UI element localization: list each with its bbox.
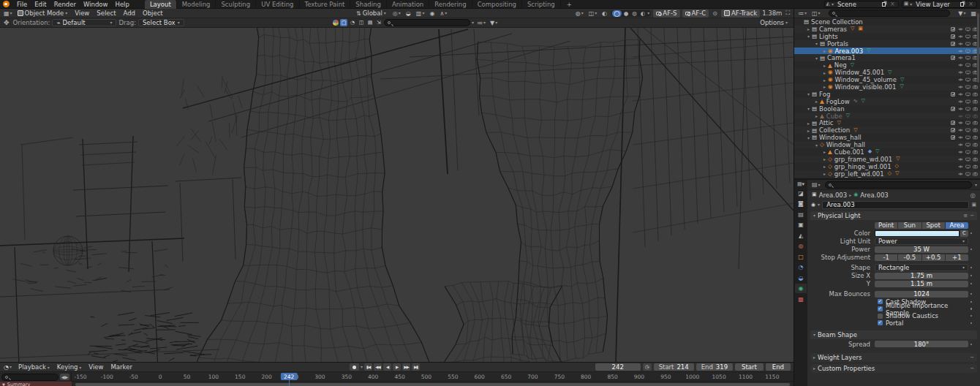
disable-viewport-icon[interactable]: [965, 83, 970, 91]
chevron-down-icon[interactable]: ▾: [472, 20, 474, 25]
light-type-area[interactable]: Area: [946, 222, 968, 229]
stop-adjust--0-5[interactable]: +0.5: [922, 254, 945, 261]
hide-eye-icon[interactable]: [958, 148, 963, 156]
current-frame-field[interactable]: 242: [595, 363, 641, 371]
viewport-menu-add[interactable]: Add: [120, 10, 139, 17]
light-type-point[interactable]: Point: [875, 222, 897, 229]
menu-file[interactable]: File: [13, 1, 31, 8]
focus-distance-value[interactable]: 1.38m: [762, 10, 782, 17]
collapse-icon[interactable]: ▾: [813, 56, 820, 61]
viewport-menu-view[interactable]: View: [71, 10, 93, 17]
filter-funnel-dropdown[interactable]: ▼▾: [957, 10, 967, 17]
ruler-tick-550[interactable]: 550: [448, 374, 458, 380]
tab-scripting[interactable]: Scripting: [522, 0, 561, 9]
add-workspace-button[interactable]: +: [562, 1, 576, 8]
color-temperature-button[interactable]: C: [960, 230, 968, 237]
ruler-tick-500[interactable]: 500: [421, 374, 431, 380]
shape-dropdown[interactable]: Rectangle▾: [875, 264, 968, 271]
ruler-tick-900[interactable]: 900: [634, 374, 644, 380]
expand-icon[interactable]: ▸: [805, 26, 812, 31]
expand-icon[interactable]: ▸: [821, 70, 828, 75]
breadcrumb-object[interactable]: Area.003: [819, 192, 848, 199]
animate-dot[interactable]: [970, 293, 973, 295]
view-layer-name[interactable]: View Layer: [913, 1, 957, 8]
outliner-row-camera1[interactable]: ▾▤Camera1: [794, 54, 980, 61]
editor-type-button[interactable]: ▤▾: [810, 181, 822, 188]
ruler-tick--100[interactable]: -100: [101, 374, 113, 380]
disable-viewport-icon[interactable]: [965, 141, 970, 148]
disable-render-icon[interactable]: [973, 83, 978, 91]
ruler-tick--50[interactable]: -50: [129, 374, 138, 380]
collapse-icon[interactable]: ▾: [813, 143, 820, 148]
expand-icon[interactable]: ▸: [821, 156, 828, 162]
expand-icon[interactable]: ▸: [821, 77, 828, 83]
animate-dot[interactable]: [970, 315, 973, 317]
outliner-row-attic[interactable]: ▸▤Attic▽: [794, 119, 980, 126]
af-link-icon[interactable]: ⊙: [711, 10, 719, 17]
timeline-menu-view[interactable]: View: [85, 363, 107, 371]
af-track-button[interactable]: AF-Track: [721, 10, 760, 18]
disable-viewport-icon[interactable]: [965, 69, 970, 76]
af-c-button[interactable]: AF-C: [682, 10, 709, 18]
ruler-tick-700[interactable]: 700: [527, 374, 538, 380]
outliner-row-grp-frame-wd-001[interactable]: ▸◇grp_frame_wd.001▽: [794, 156, 980, 163]
disable-viewport-icon[interactable]: [965, 148, 970, 156]
ruler-tick-100[interactable]: 100: [208, 374, 219, 380]
ruler-tick-950[interactable]: 950: [660, 374, 671, 380]
hide-eye-icon[interactable]: [958, 156, 963, 163]
hide-eye-icon[interactable]: [958, 83, 963, 91]
outliner-row-boolean[interactable]: ▾▤Boolean: [794, 105, 980, 113]
disable-viewport-icon[interactable]: [965, 113, 970, 120]
collapse-icon[interactable]: ▾: [813, 41, 820, 46]
scene-name[interactable]: Scene: [835, 1, 879, 8]
outliner-row-grp-hinge-wd-001[interactable]: ▸◇grp_hinge_wd.001◇: [794, 163, 980, 170]
hide-eye-icon[interactable]: [958, 33, 963, 40]
snap-magnet-icon[interactable]: ◒: [404, 10, 412, 17]
tab-uv-editing[interactable]: UV Editing: [256, 0, 299, 9]
light-type-sun[interactable]: Sun: [898, 222, 921, 229]
expand-icon[interactable]: ▸: [821, 171, 828, 176]
animate-dot[interactable]: [970, 344, 973, 346]
outliner-row-fog[interactable]: ▾▤Fog: [794, 91, 980, 98]
expand-icon[interactable]: ▸: [821, 84, 828, 89]
disable-render-icon[interactable]: [973, 126, 978, 134]
disable-viewport-icon[interactable]: [965, 126, 970, 134]
hide-eye-icon[interactable]: [958, 163, 963, 170]
viewport-menu-object[interactable]: Object: [139, 10, 167, 17]
ruler-tick-300[interactable]: 300: [314, 374, 325, 380]
pivot-point-dropdown[interactable]: ◎▾: [391, 10, 402, 17]
hide-eye-icon[interactable]: [958, 91, 963, 98]
ruler-tick-350[interactable]: 350: [342, 374, 352, 380]
outliner-row-cube-001[interactable]: ▸▲Cube.001◆▽: [794, 148, 980, 156]
pin-icon[interactable]: ◎: [970, 192, 976, 199]
editor-type-button[interactable]: ◔▾: [2, 364, 13, 371]
hide-eye-icon[interactable]: [958, 40, 963, 48]
snap-target-dropdown[interactable]: ▥▾: [415, 10, 426, 17]
ruler-tick-650[interactable]: 650: [501, 374, 511, 380]
play-reverse-button[interactable]: ◀: [383, 363, 391, 371]
outliner-row-foglow[interactable]: ▸▲FogLow∿▽: [794, 98, 980, 105]
disable-viewport-icon[interactable]: [965, 156, 970, 163]
disable-viewport-icon[interactable]: [965, 105, 970, 113]
tab-layout[interactable]: Layout: [145, 0, 177, 9]
disable-viewport-icon[interactable]: [965, 163, 970, 170]
stop-adjust--1[interactable]: +1: [946, 254, 968, 261]
expand-icon[interactable]: ▸: [821, 164, 828, 169]
orientation-dropdown[interactable]: ⌁Default▾: [52, 19, 116, 26]
channel-search-input[interactable]: [1, 374, 59, 381]
exclude-checkbox-icon[interactable]: [951, 92, 955, 96]
max-bounces-field[interactable]: 1024: [875, 291, 968, 298]
drag-dropdown[interactable]: Select Box▾: [138, 19, 184, 26]
ruler-tick-850[interactable]: 850: [607, 374, 617, 380]
animate-dot[interactable]: [970, 322, 973, 325]
disable-viewport-icon[interactable]: [965, 119, 970, 126]
timeline-ruler[interactable]: ◀▶ -150-100-5005010015020025030035040045…: [0, 372, 794, 382]
properties-search-input[interactable]: [825, 181, 972, 189]
properties-tab-render[interactable]: ◙: [795, 199, 807, 208]
menu-help[interactable]: Help: [111, 1, 132, 8]
disable-render-icon[interactable]: [973, 156, 978, 163]
disable-viewport-icon[interactable]: [965, 170, 970, 178]
properties-tab-world[interactable]: ◍: [795, 241, 807, 251]
render-region-icon[interactable]: ⛶: [784, 10, 791, 17]
light-color-swatch[interactable]: [875, 230, 960, 237]
